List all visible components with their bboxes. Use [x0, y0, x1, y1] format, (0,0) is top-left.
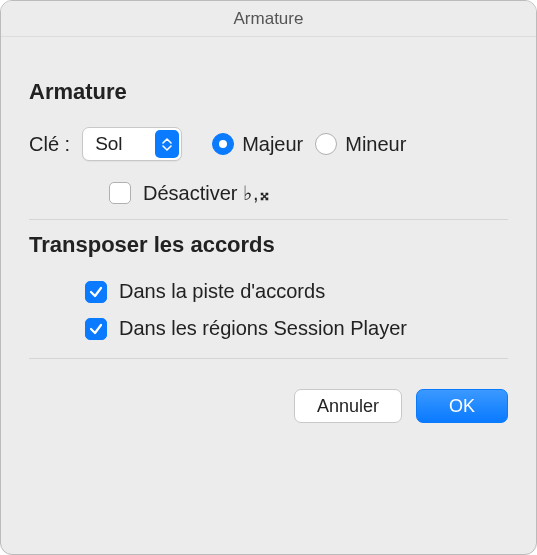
key-row: Clé : Sol Majeur Mineur [29, 127, 508, 161]
minor-radio-group[interactable]: Mineur [315, 133, 406, 156]
key-popup[interactable]: Sol [82, 127, 182, 161]
window-title: Armature [1, 1, 536, 37]
chord-track-checkbox[interactable] [85, 281, 107, 303]
key-label: Clé : [29, 133, 70, 156]
major-radio-label: Majeur [242, 133, 303, 156]
chevron-up-down-icon [155, 130, 179, 158]
chord-track-row: Dans la piste d'accords [85, 280, 508, 303]
transpose-section-title: Transposer les accords [29, 232, 508, 258]
dialog-window: Armature Armature Clé : Sol Majeur Mineu… [0, 0, 537, 555]
session-player-checkbox[interactable] [85, 318, 107, 340]
minor-radio-label: Mineur [345, 133, 406, 156]
session-player-label: Dans les régions Session Player [119, 317, 407, 340]
flat-doublesharp-icon: ♭,𝄪 [243, 182, 270, 204]
separator [29, 358, 508, 359]
minor-radio[interactable] [315, 133, 337, 155]
major-radio[interactable] [212, 133, 234, 155]
disable-accidentals-label: Désactiver ♭,𝄪 [143, 181, 270, 205]
dialog-content: Armature Clé : Sol Majeur Mineur [1, 37, 536, 359]
cancel-button[interactable]: Annuler [294, 389, 402, 423]
chord-track-label: Dans la piste d'accords [119, 280, 325, 303]
ok-button[interactable]: OK [416, 389, 508, 423]
session-player-row: Dans les régions Session Player [85, 317, 508, 340]
key-popup-value: Sol [95, 133, 122, 155]
disable-accidentals-checkbox[interactable] [109, 182, 131, 204]
armature-section-title: Armature [29, 79, 508, 105]
button-bar: Annuler OK [1, 363, 536, 451]
transpose-checks: Dans la piste d'accords Dans les régions… [29, 280, 508, 340]
separator [29, 219, 508, 220]
major-radio-group[interactable]: Majeur [212, 133, 303, 156]
disable-accidentals-row: Désactiver ♭,𝄪 [109, 181, 508, 205]
